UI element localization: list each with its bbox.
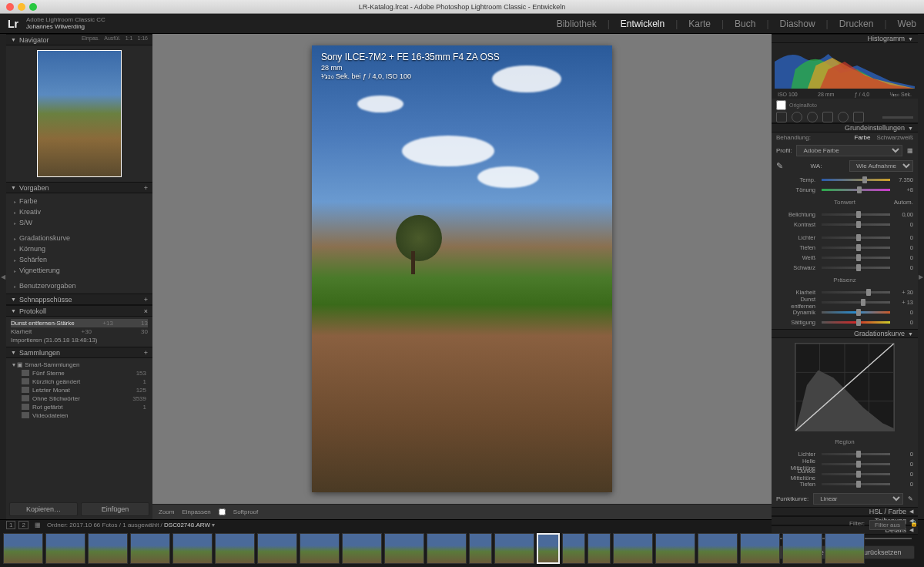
fit-label[interactable]: Einpassen — [182, 508, 210, 515]
filmstrip-thumb[interactable] — [427, 533, 467, 564]
vibrance-slider[interactable]: Dynamik0 — [776, 307, 913, 317]
whites-slider[interactable]: Weiß0 — [776, 253, 913, 263]
filmstrip-thumb[interactable] — [782, 533, 822, 564]
presets-header[interactable]: ▼Vorgaben+ — [6, 182, 152, 193]
radial-tool-icon[interactable] — [838, 112, 849, 122]
blacks-slider[interactable]: Schwarz0 — [776, 263, 913, 273]
paste-button[interactable]: Einfügen — [81, 502, 149, 516]
filmstrip-thumb[interactable] — [494, 533, 534, 564]
filmstrip-thumb[interactable] — [655, 533, 695, 564]
tool-slider[interactable] — [882, 116, 913, 119]
filmstrip-thumb[interactable] — [469, 533, 492, 564]
collection-item[interactable]: Ohne Stichwörter3539 — [11, 394, 148, 403]
nav-1to1[interactable]: 1:1 — [126, 35, 133, 41]
minimize-window-icon[interactable] — [18, 3, 25, 11]
filmstrip-thumb[interactable] — [384, 533, 424, 564]
curve-shadows-slider[interactable]: Tiefen0 — [776, 479, 913, 489]
tone-curve[interactable] — [795, 343, 895, 431]
redeye-tool-icon[interactable] — [807, 112, 818, 122]
softproof-checkbox[interactable] — [219, 508, 226, 515]
basic-header[interactable]: Grundeinstellungen▼ — [772, 123, 918, 133]
filmstrip-thumb[interactable] — [257, 533, 297, 564]
preset-folder-farbe[interactable]: Farbe — [11, 196, 148, 206]
gradient-tool-icon[interactable] — [822, 112, 833, 122]
filmstrip-thumb[interactable] — [130, 533, 170, 564]
filmstrip-thumb[interactable] — [613, 533, 653, 564]
eyedropper-icon[interactable]: ✎ — [776, 161, 783, 171]
navigator-preview[interactable] — [6, 45, 152, 182]
copy-button[interactable]: Kopieren… — [9, 502, 78, 516]
filmstrip-thumb[interactable] — [172, 533, 213, 564]
preset-folder-vignette[interactable]: Vignettierung — [11, 265, 148, 276]
contrast-slider[interactable]: Kontrast0 — [776, 220, 913, 230]
collection-item[interactable]: Letzter Monat125 — [11, 386, 148, 394]
temp-slider[interactable]: Temp.7.350 — [776, 175, 913, 185]
collection-item[interactable]: Videodateien — [11, 411, 148, 420]
filmstrip-thumb[interactable] — [740, 533, 780, 564]
shadows-slider[interactable]: Tiefen0 — [776, 243, 913, 253]
module-library[interactable]: Bibliothek — [557, 18, 597, 29]
close-window-icon[interactable] — [6, 3, 14, 11]
grid-icon[interactable]: ▦ — [35, 522, 41, 528]
filmstrip-thumb[interactable] — [215, 533, 255, 564]
filmstrip-thumb[interactable] — [562, 533, 585, 564]
profile-browser-icon[interactable]: ▦ — [907, 147, 913, 154]
preset-folder-kreativ[interactable]: Kreativ — [11, 206, 148, 217]
preset-folder-sharpen[interactable]: Schärfen — [11, 254, 148, 265]
module-map[interactable]: Karte — [688, 18, 711, 29]
filmstrip[interactable] — [0, 530, 924, 567]
second-window-icon-2[interactable]: 2 — [18, 521, 28, 529]
filmstrip-thumb-selected[interactable] — [537, 533, 560, 564]
photo-preview[interactable]: Sony ILCE-7M2 + FE 16-35mm F4 ZA OSS 28 … — [312, 45, 612, 492]
left-panel-collapse[interactable]: ◀ — [0, 34, 6, 519]
filmstrip-thumb[interactable] — [300, 533, 340, 564]
history-item[interactable]: Importieren (31.05.18 18:48:13) — [11, 336, 148, 344]
history-header[interactable]: ▼Protokoll× — [6, 305, 152, 317]
collection-item[interactable]: Rot gefärbt1 — [11, 403, 148, 411]
histogram-header[interactable]: Histogramm▼ — [772, 34, 918, 43]
module-web[interactable]: Web — [898, 18, 916, 29]
curve-darks-slider[interactable]: Dunkle Mitteltöne0 — [776, 469, 913, 479]
highlights-slider[interactable]: Lichter0 — [776, 233, 913, 243]
histogram-display[interactable]: ISO 10028 mmƒ / 4,0¹⁄₃₂₀ Sek. — [772, 43, 918, 99]
smart-collections-folder[interactable]: ▾ ▣ Smart-Sammlungen — [11, 361, 148, 369]
filmstrip-thumb[interactable] — [88, 533, 128, 564]
exposure-slider[interactable]: Belichtung0,00 — [776, 210, 913, 220]
filmstrip-thumb[interactable] — [825, 533, 865, 564]
auto-tone-button[interactable]: Autom. — [894, 199, 913, 206]
filmstrip-thumb[interactable] — [698, 533, 738, 564]
module-book[interactable]: Buch — [735, 18, 755, 29]
hsl-header[interactable]: HSL / Farbe◀ — [772, 507, 918, 516]
second-window-icon[interactable]: 1 — [6, 521, 15, 529]
module-print[interactable]: Drucken — [839, 18, 874, 29]
module-slideshow[interactable]: Diashow — [780, 18, 815, 29]
navigator-header[interactable]: ▼Navigator Einpas. Ausfül. 1:1 1:16 — [6, 34, 152, 45]
maximize-window-icon[interactable] — [29, 3, 37, 11]
treatment-bw[interactable]: Schwarzweiß — [876, 134, 913, 141]
treatment-color[interactable]: Farbe — [855, 134, 871, 141]
preset-folder-grain[interactable]: Körnung — [11, 243, 148, 254]
preset-folder-user[interactable]: Benutzervorgaben — [11, 280, 148, 291]
filmstrip-thumb[interactable] — [588, 533, 611, 564]
tint-slider[interactable]: Tönung+8 — [776, 185, 913, 195]
dehaze-slider[interactable]: Dunst entfernen+ 13 — [776, 297, 913, 307]
history-item[interactable]: Klarheit+3030 — [11, 327, 148, 336]
originalfoto-checkbox[interactable] — [776, 100, 786, 110]
collection-item[interactable]: Fünf Sterne153 — [11, 369, 148, 377]
collections-header[interactable]: ▼Sammlungen+ — [6, 347, 152, 358]
crop-tool-icon[interactable] — [776, 112, 787, 122]
nav-custom[interactable]: 1:16 — [137, 35, 148, 41]
brush-tool-icon[interactable] — [853, 112, 864, 122]
preset-folder-sw[interactable]: S/W — [11, 217, 148, 228]
history-item[interactable]: Dunst entfernen-Stärke+1313 — [11, 319, 148, 327]
nav-fill[interactable]: Ausfül. — [104, 35, 120, 41]
tonecurve-header[interactable]: Gradationskurve▼ — [772, 329, 918, 338]
filmstrip-thumb[interactable] — [3, 533, 43, 564]
nav-fit[interactable]: Einpas. — [82, 35, 99, 41]
curve-edit-icon[interactable]: ✎ — [908, 495, 913, 502]
saturation-slider[interactable]: Sättigung0 — [776, 317, 913, 327]
filmstrip-thumb[interactable] — [45, 533, 85, 564]
filter-lock-icon[interactable]: 🔒 — [910, 520, 918, 530]
preset-folder-curve[interactable]: Gradationskurve — [11, 233, 148, 243]
right-panel-collapse[interactable]: ▶ — [918, 34, 924, 519]
